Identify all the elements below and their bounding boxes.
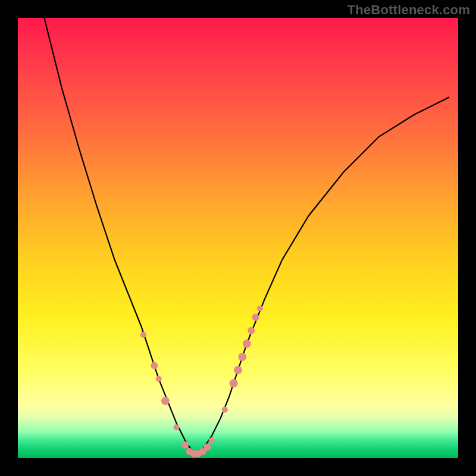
chart-canvas: TheBottleneck.com [0, 0, 476, 476]
data-point [203, 444, 211, 451]
data-point [156, 376, 162, 382]
data-point [238, 353, 246, 361]
data-point [222, 407, 228, 413]
data-point [161, 397, 170, 405]
data-point [181, 441, 189, 449]
data-point [243, 340, 251, 348]
curve-svg [18, 18, 458, 458]
data-point [257, 305, 263, 311]
plot-area [18, 18, 458, 458]
curve-right-branch [194, 97, 449, 453]
data-point [234, 366, 242, 374]
data-point [140, 332, 146, 338]
data-point [173, 424, 179, 430]
data-points-group [140, 305, 263, 457]
data-point [248, 327, 255, 334]
data-point [252, 314, 259, 321]
curve-left-branch [44, 18, 194, 454]
data-point [151, 362, 158, 369]
data-point [209, 437, 215, 443]
data-point [230, 379, 238, 387]
watermark-text: TheBottleneck.com [347, 2, 470, 18]
